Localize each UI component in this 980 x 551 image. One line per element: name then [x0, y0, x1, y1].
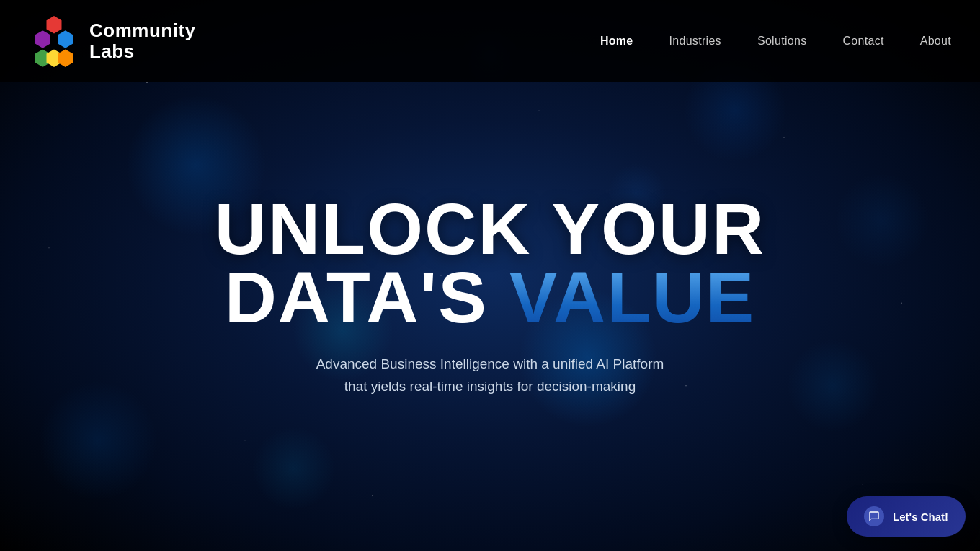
nav-item-solutions[interactable]: Solutions [757, 35, 807, 48]
svg-marker-2 [58, 30, 73, 48]
chat-label: Let's Chat! [893, 511, 948, 523]
chat-widget[interactable]: Let's Chat! [847, 496, 966, 537]
logo-link[interactable]: Community Labs [29, 12, 196, 70]
nav-link-solutions[interactable]: Solutions [757, 35, 807, 47]
chat-bubble-icon [868, 511, 880, 522]
svg-marker-0 [47, 16, 62, 34]
hero-headline: UNLOCK YOUR DATA'S VALUE [215, 195, 766, 332]
chat-icon [864, 506, 884, 526]
svg-marker-1 [35, 30, 50, 48]
nav-item-industries[interactable]: Industries [669, 35, 721, 48]
hero-subtitle: Advanced Business Intelligence with a un… [274, 353, 706, 397]
svg-marker-5 [58, 49, 73, 67]
hero-line2: DATA'S VALUE [215, 263, 766, 332]
logo-community: Community [89, 20, 196, 41]
nav-item-about[interactable]: About [920, 35, 951, 48]
hero-datas: DATA'S [225, 257, 488, 338]
hero-section: UNLOCK YOUR DATA'S VALUE Advanced Busine… [0, 0, 980, 551]
nav-link-about[interactable]: About [920, 35, 951, 47]
nav-item-contact[interactable]: Contact [842, 35, 883, 48]
nav-link-industries[interactable]: Industries [669, 35, 721, 47]
nav-link-contact[interactable]: Contact [842, 35, 883, 47]
hero-subtitle-line1: Advanced Business Intelligence with a un… [316, 356, 664, 371]
navbar: Community Labs Home Industries Solutions… [0, 0, 980, 82]
logo-icon [29, 12, 79, 70]
nav-item-home[interactable]: Home [600, 35, 633, 48]
hero-value: VALUE [509, 257, 756, 338]
nav-link-home[interactable]: Home [600, 35, 633, 47]
logo-text: Community Labs [89, 20, 196, 61]
hero-subtitle-line2: that yields real-time insights for decis… [344, 379, 636, 394]
hero-content: UNLOCK YOUR DATA'S VALUE Advanced Busine… [186, 195, 795, 397]
logo-labs: Labs [89, 41, 196, 62]
nav-links: Home Industries Solutions Contact About [600, 35, 951, 48]
hero-line1: UNLOCK YOUR [215, 195, 766, 263]
